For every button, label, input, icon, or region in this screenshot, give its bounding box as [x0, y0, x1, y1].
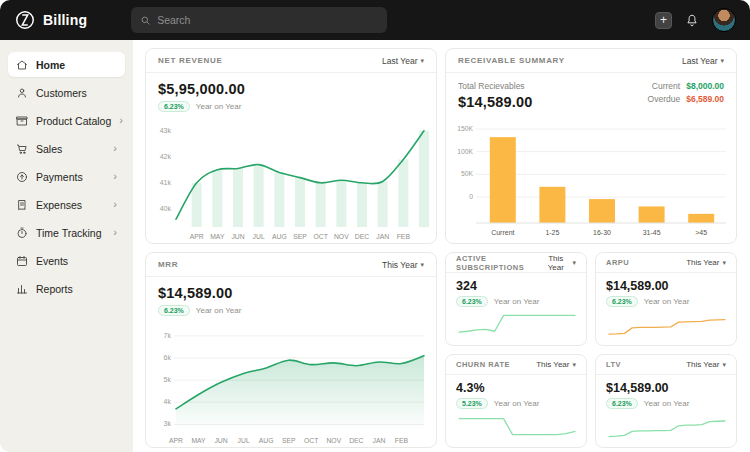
ltv-period-select[interactable]: This Year▾: [686, 360, 726, 369]
sidebar-item-home[interactable]: Home: [8, 52, 125, 77]
yoy-badge: 6.23%: [158, 305, 190, 316]
card-title: CHURN RATE: [456, 360, 510, 369]
arpu-period-select[interactable]: This Year▾: [686, 258, 726, 267]
payments-icon: [16, 171, 28, 183]
svg-text:0: 0: [469, 193, 473, 200]
svg-text:100K: 100K: [457, 148, 473, 155]
sidebar-item-product-catalog[interactable]: Product Catalog›: [8, 108, 125, 133]
quick-add-button[interactable]: +: [655, 12, 672, 29]
sidebar-item-expenses[interactable]: Expenses›: [8, 192, 125, 217]
svg-text:APR: APR: [169, 437, 183, 444]
mrr-value: $14,589.00: [158, 285, 424, 301]
chevron-right-icon: ›: [119, 115, 123, 126]
card-title: NET REVENUE: [158, 56, 223, 65]
svg-text:JAN: JAN: [372, 437, 385, 444]
svg-text:DEC: DEC: [355, 233, 369, 240]
search-input[interactable]: [157, 14, 378, 26]
svg-text:SEP: SEP: [282, 437, 296, 444]
svg-text:JAN: JAN: [376, 233, 389, 240]
billing-app-window: Billing + HomeCustomersProduct Catalog›S…: [0, 0, 750, 452]
sidebar-item-sales[interactable]: Sales›: [8, 136, 125, 161]
customers-icon: [16, 87, 28, 99]
svg-text:Current: Current: [491, 229, 514, 236]
billing-logo-icon: [14, 9, 36, 31]
sidebar-item-label: Product Catalog: [36, 115, 111, 127]
sidebar-item-label: Home: [36, 59, 65, 71]
svg-text:JUL: JUL: [238, 437, 250, 444]
yoy-badge: 6.23%: [606, 296, 638, 307]
svg-text:50K: 50K: [461, 170, 474, 177]
sidebar-item-label: Time Tracking: [36, 227, 102, 239]
svg-text:>45: >45: [695, 229, 707, 236]
total-receivables-value: $14,589.00: [458, 94, 533, 110]
svg-text:MAY: MAY: [191, 437, 206, 444]
card-title: MRR: [158, 260, 178, 269]
sidebar-item-payments[interactable]: Payments›: [8, 164, 125, 189]
time-tracking-icon: [16, 227, 28, 239]
sales-cart-icon: [16, 143, 28, 155]
svg-text:NOV: NOV: [334, 233, 349, 240]
sidebar-item-events[interactable]: Events: [8, 248, 125, 273]
sidebar: HomeCustomersProduct Catalog›Sales›Payme…: [0, 40, 133, 452]
chevron-down-icon: ▾: [420, 261, 424, 269]
svg-text:JUN: JUN: [231, 233, 244, 240]
receivable-period-select[interactable]: Last Year▾: [682, 56, 724, 66]
search-icon: [140, 15, 151, 26]
svg-text:JUN: JUN: [214, 437, 227, 444]
current-value: $8,000.00: [686, 81, 724, 91]
sidebar-item-customers[interactable]: Customers: [8, 80, 125, 105]
yoy-badge: 6.23%: [456, 296, 488, 307]
yoy-caption: Year on Year: [494, 399, 540, 408]
svg-text:DEC: DEC: [349, 437, 363, 444]
svg-text:SEP: SEP: [293, 233, 307, 240]
yoy-badge: 6.23%: [606, 398, 638, 409]
receivable-summary-card: RECEIVABLE SUMMARY Last Year▾ Total Reci…: [445, 48, 737, 244]
dashboard: NET REVENUE Last Year▾ $5,95,000.00 6.23…: [133, 40, 750, 452]
chevron-right-icon: ›: [113, 171, 117, 182]
sidebar-item-label: Reports: [36, 283, 73, 295]
churn-rate-value: 4.3%: [456, 381, 576, 395]
notifications-button[interactable]: [685, 13, 699, 28]
ltv-card: LTV This Year▾ $14,589.00 6.23% Year on …: [595, 354, 737, 448]
net-revenue-chart: 43k42k41k40kAPRMAYJUNJULAUGSEPOCTNOVDECJ…: [146, 115, 436, 243]
chevron-down-icon: ▾: [722, 259, 726, 267]
churn-rate-card: CHURN RATE This Year▾ 4.3% 5.23% Year on…: [445, 354, 587, 448]
mrr-card: MRR This Year▾ $14,589.00 6.23% Year on …: [145, 252, 437, 448]
sidebar-item-reports[interactable]: Reports: [8, 276, 125, 301]
sidebar-item-time-tracking[interactable]: Time Tracking›: [8, 220, 125, 245]
churn-rate-period-select[interactable]: This Year▾: [536, 360, 576, 369]
user-avatar[interactable]: [712, 8, 736, 32]
chevron-right-icon: ›: [113, 227, 117, 238]
metric-cards-grid: ACTIVE SUBSCRIPTIONS This Year▾ 324 6.23…: [445, 252, 737, 448]
app-logo[interactable]: Billing: [14, 9, 87, 31]
topbar: Billing +: [0, 0, 750, 40]
mrr-period-select[interactable]: This Year▾: [382, 260, 424, 270]
total-receivables-label: Total Recievables: [458, 81, 533, 91]
events-icon: [16, 255, 28, 267]
search-bar[interactable]: [131, 7, 387, 33]
arpu-card: ARPU This Year▾ $14,589.00 6.23% Year on…: [595, 252, 737, 346]
home-icon: [16, 59, 28, 71]
svg-text:31-45: 31-45: [643, 229, 661, 236]
svg-text:FEB: FEB: [397, 233, 411, 240]
card-title: ACTIVE SUBSCRIPTIONS: [456, 254, 542, 272]
arpu-sparkline: [606, 310, 728, 340]
churn-rate-sparkline: [456, 412, 578, 442]
ltv-sparkline: [606, 412, 728, 442]
active-subscriptions-period-select[interactable]: This Year▾: [542, 254, 576, 272]
svg-text:7k: 7k: [164, 332, 172, 339]
net-revenue-value: $5,95,000.00: [158, 81, 424, 97]
chevron-down-icon: ▾: [572, 259, 576, 267]
net-revenue-period-select[interactable]: Last Year▾: [382, 56, 424, 66]
chevron-right-icon: ›: [113, 199, 117, 210]
receivable-aging-chart: 150K100K50K0Current1-2516-3031-45>45: [446, 115, 736, 241]
svg-text:3k: 3k: [164, 420, 172, 427]
yoy-caption: Year on Year: [644, 399, 690, 408]
sidebar-nav: HomeCustomersProduct Catalog›Sales›Payme…: [8, 52, 125, 301]
sidebar-item-label: Customers: [36, 87, 87, 99]
yoy-caption: Year on Year: [196, 102, 242, 111]
active-subscriptions-sparkline: [456, 310, 578, 340]
sidebar-item-label: Expenses: [36, 199, 82, 211]
svg-text:AUG: AUG: [259, 437, 274, 444]
svg-text:4k: 4k: [164, 398, 172, 405]
